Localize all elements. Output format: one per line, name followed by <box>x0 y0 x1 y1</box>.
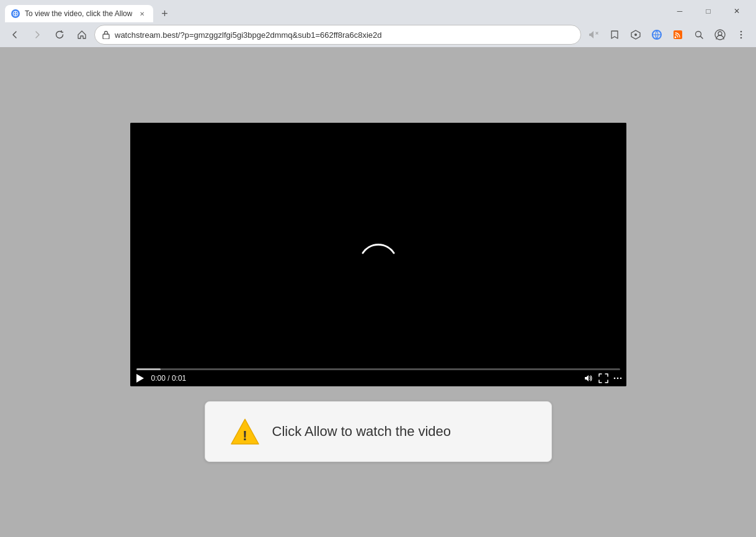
svg-point-18 <box>613 377 615 379</box>
progress-track[interactable] <box>136 368 620 370</box>
browser-frame: To view the video, click the Allow ✕ + ─… <box>0 0 756 537</box>
maximize-button[interactable]: □ <box>694 0 723 22</box>
svg-rect-2 <box>103 34 109 39</box>
mute-icon-button[interactable] <box>584 25 603 45</box>
tab-favicon-icon <box>11 9 20 18</box>
svg-point-19 <box>616 377 618 379</box>
address-bar[interactable]: watchstream.best/?p=gmzggzlfgi5gi3bpge2d… <box>94 25 581 45</box>
title-bar: To view the video, click the Allow ✕ + ─… <box>0 0 756 22</box>
video-controls-area: 0:00 / 0:01 <box>130 365 626 386</box>
svg-marker-17 <box>136 374 144 383</box>
search-sidebar-button[interactable] <box>689 25 709 45</box>
controls-bar: 0:00 / 0:01 <box>130 370 626 386</box>
nav-icons-right <box>584 25 751 45</box>
warning-triangle-icon: ! <box>230 417 260 446</box>
svg-point-9 <box>675 37 677 38</box>
tab-title: To view the video, click the Allow <box>25 9 132 18</box>
svg-line-11 <box>701 37 703 39</box>
sync-button[interactable] <box>647 25 667 45</box>
notification-box: ! Click Allow to watch the video <box>205 401 552 462</box>
more-options-button[interactable] <box>613 373 623 383</box>
play-button[interactable] <box>134 373 145 384</box>
url-text: watchstream.best/?p=gmzggzlfgi5gi3bpge2d… <box>115 30 573 40</box>
video-player: 0:00 / 0:01 <box>130 123 626 386</box>
home-button[interactable] <box>72 25 92 45</box>
new-tab-button[interactable]: + <box>156 5 173 22</box>
rss-button[interactable] <box>668 25 688 45</box>
extensions-button[interactable] <box>626 25 646 45</box>
svg-point-14 <box>740 31 742 33</box>
back-button[interactable] <box>5 25 25 45</box>
browser-tab[interactable]: To view the video, click the Allow ✕ <box>5 5 153 22</box>
svg-point-16 <box>740 37 742 39</box>
window-controls: ─ □ ✕ <box>665 0 751 22</box>
menu-button[interactable] <box>731 25 751 45</box>
volume-button[interactable] <box>583 373 594 384</box>
svg-point-20 <box>620 377 621 379</box>
page-content: 0:00 / 0:01 <box>0 47 756 537</box>
svg-point-5 <box>634 33 637 36</box>
loading-spinner-icon <box>357 231 400 256</box>
tab-strip: To view the video, click the Allow ✕ + <box>5 0 665 22</box>
svg-point-15 <box>740 34 742 36</box>
forward-button[interactable] <box>27 25 47 45</box>
notification-message: Click Allow to watch the video <box>272 424 451 440</box>
svg-point-13 <box>718 32 722 35</box>
video-screen <box>130 123 626 365</box>
progress-area <box>130 365 626 370</box>
bookmark-button[interactable] <box>605 25 625 45</box>
profile-button[interactable] <box>710 25 730 45</box>
navigation-bar: watchstream.best/?p=gmzggzlfgi5gi3bpge2d… <box>0 22 756 47</box>
close-button[interactable]: ✕ <box>723 0 751 22</box>
reload-button[interactable] <box>50 25 69 45</box>
svg-text:!: ! <box>242 428 247 443</box>
time-display: 0:00 / 0:01 <box>151 374 187 383</box>
fullscreen-button[interactable] <box>598 373 609 384</box>
tab-close-button[interactable]: ✕ <box>137 9 147 19</box>
minimize-button[interactable]: ─ <box>665 0 694 22</box>
progress-loaded-bar <box>136 368 161 370</box>
